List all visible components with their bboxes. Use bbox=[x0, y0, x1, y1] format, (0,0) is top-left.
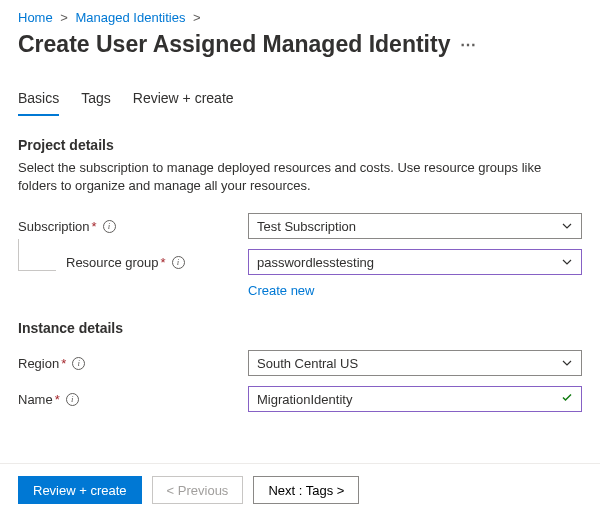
footer: Review + create < Previous Next : Tags > bbox=[0, 463, 600, 516]
chevron-down-icon bbox=[561, 220, 573, 232]
breadcrumb-home[interactable]: Home bbox=[18, 10, 53, 25]
resource-group-connector bbox=[18, 239, 56, 271]
chevron-down-icon bbox=[561, 256, 573, 268]
page-title: Create User Assigned Managed Identity ⋯ bbox=[18, 31, 582, 58]
breadcrumb-managed-identities[interactable]: Managed Identities bbox=[76, 10, 186, 25]
info-icon[interactable]: i bbox=[172, 256, 185, 269]
info-icon[interactable]: i bbox=[72, 357, 85, 370]
subscription-select[interactable]: Test Subscription bbox=[248, 213, 582, 239]
breadcrumb: Home > Managed Identities > bbox=[18, 10, 582, 25]
required-icon: * bbox=[55, 392, 60, 407]
more-actions-icon[interactable]: ⋯ bbox=[460, 35, 476, 54]
project-details-heading: Project details bbox=[18, 137, 582, 153]
check-icon bbox=[561, 392, 573, 407]
required-icon: * bbox=[161, 255, 166, 270]
region-select[interactable]: South Central US bbox=[248, 350, 582, 376]
chevron-right-icon: > bbox=[60, 10, 68, 25]
tabs: Basics Tags Review + create bbox=[18, 86, 582, 117]
name-label: Name * i bbox=[18, 392, 248, 407]
tab-review-create[interactable]: Review + create bbox=[133, 86, 234, 116]
project-details-description: Select the subscription to manage deploy… bbox=[18, 159, 578, 195]
instance-details-heading: Instance details bbox=[18, 320, 582, 336]
review-create-button[interactable]: Review + create bbox=[18, 476, 142, 504]
tab-tags[interactable]: Tags bbox=[81, 86, 111, 116]
region-label: Region * i bbox=[18, 356, 248, 371]
required-icon: * bbox=[61, 356, 66, 371]
required-icon: * bbox=[92, 219, 97, 234]
subscription-label: Subscription * i bbox=[18, 219, 248, 234]
create-new-resource-group-link[interactable]: Create new bbox=[248, 283, 582, 298]
chevron-right-icon: > bbox=[193, 10, 201, 25]
info-icon[interactable]: i bbox=[103, 220, 116, 233]
previous-button: < Previous bbox=[152, 476, 244, 504]
info-icon[interactable]: i bbox=[66, 393, 79, 406]
chevron-down-icon bbox=[561, 357, 573, 369]
resource-group-select[interactable]: passwordlesstesting bbox=[248, 249, 582, 275]
next-button[interactable]: Next : Tags > bbox=[253, 476, 359, 504]
name-input[interactable]: MigrationIdentity bbox=[248, 386, 582, 412]
tab-basics[interactable]: Basics bbox=[18, 86, 59, 116]
